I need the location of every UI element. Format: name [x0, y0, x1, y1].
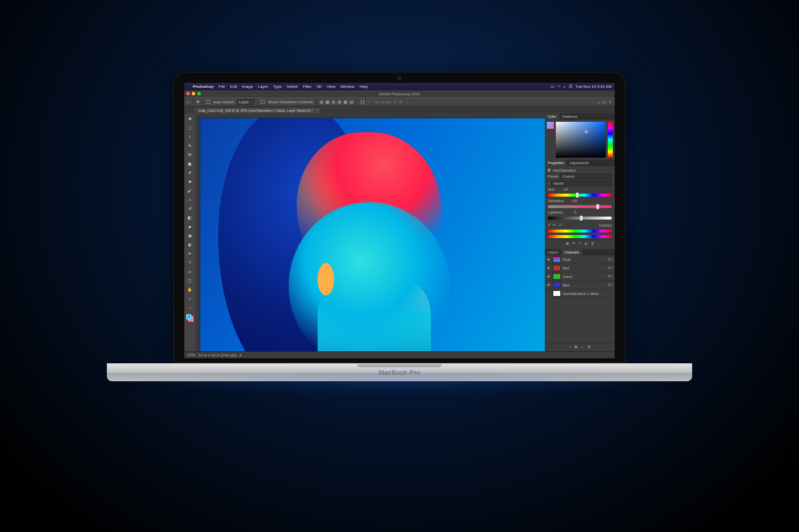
eyedropper-minus-icon[interactable]: ✐₋ — [559, 223, 564, 227]
save-selection-icon[interactable]: ▣ — [574, 345, 578, 350]
wifi-icon[interactable]: ⌔ — [558, 84, 560, 89]
more-icon[interactable]: ··· — [367, 100, 371, 104]
path-select-tool-icon[interactable]: ▭ — [186, 267, 194, 275]
load-selection-icon[interactable]: ○ — [569, 345, 571, 350]
tab-layers[interactable]: Layers — [545, 249, 561, 256]
battery-icon[interactable]: ▭ — [551, 84, 555, 89]
app-name[interactable]: Photoshop — [190, 84, 216, 89]
move-tool-icon[interactable]: ✥ — [186, 115, 194, 123]
share-icon[interactable]: ⇪ — [608, 100, 612, 104]
menu-3d[interactable]: 3D — [314, 84, 324, 89]
search-icon[interactable]: ⌕ — [563, 84, 566, 89]
minimize-icon[interactable] — [192, 92, 195, 95]
align-bottom-icon[interactable]: ▤ — [350, 100, 354, 104]
hue-strip[interactable] — [608, 122, 613, 158]
menu-window[interactable]: Window — [338, 84, 357, 89]
brush-tool-icon[interactable]: 🖌 — [186, 187, 194, 195]
document-tab[interactable]: Julia_Color-Edit_V05.tif @ 25% (Hue/Satu… — [194, 108, 320, 113]
document-canvas[interactable] — [200, 118, 545, 351]
menu-type[interactable]: Type — [271, 84, 284, 89]
align-top-icon[interactable]: ▤ — [338, 100, 342, 104]
eye-icon[interactable]: 👁 — [547, 258, 551, 262]
trash-icon[interactable]: 🗑 — [591, 242, 594, 246]
dodge-tool-icon[interactable]: ◐ — [186, 241, 194, 249]
heal-tool-icon[interactable]: ✚ — [186, 178, 194, 186]
align-center-h-icon[interactable]: ▦ — [326, 100, 330, 104]
doc-info[interactable]: 16 in x 24 in (240 ppi) — [198, 353, 237, 357]
sat-slider[interactable] — [548, 205, 612, 208]
lasso-tool-icon[interactable]: ⌇ — [186, 133, 194, 141]
align-right-icon[interactable]: ▤ — [332, 100, 336, 104]
tab-color[interactable]: Color — [545, 113, 559, 120]
pan-3d-icon[interactable]: ✥ — [399, 100, 402, 104]
eyedropper-icon[interactable]: ✐ — [548, 223, 551, 227]
color-swatch[interactable] — [186, 314, 194, 322]
chevron-right-icon[interactable]: ▸ — [240, 353, 242, 357]
menu-select[interactable]: Select — [284, 84, 300, 89]
zoom-tool-icon[interactable]: ⌕ — [186, 294, 194, 302]
delete-channel-icon[interactable]: 🗑 — [587, 345, 591, 350]
slide-3d-icon[interactable]: ↔ — [404, 100, 408, 104]
tab-channels[interactable]: Channels — [561, 249, 582, 256]
pen-tool-icon[interactable]: ✒ — [186, 250, 194, 258]
menu-filter[interactable]: Filter — [300, 84, 314, 89]
workspace-icon[interactable]: ▭ — [602, 100, 606, 104]
distribute-icon[interactable]: ┇┇ — [360, 100, 365, 104]
tab-swatches[interactable]: Swatches — [559, 113, 580, 120]
sat-value[interactable]: +52 — [566, 199, 577, 203]
frame-tool-icon[interactable]: ▣ — [186, 160, 194, 168]
channel-row[interactable]: 👁RGB⌘2 — [545, 256, 615, 264]
tab-adjustments[interactable]: Adjustments — [567, 160, 592, 166]
eye-icon[interactable]: 👁 — [547, 275, 551, 278]
type-tool-icon[interactable]: T — [186, 259, 194, 266]
color-spectrum[interactable] — [556, 122, 606, 158]
auto-select-mode[interactable]: Layer — [237, 99, 254, 105]
edit-toolbar-icon[interactable]: ⋯ — [186, 303, 194, 311]
align-center-v-icon[interactable]: ▦ — [344, 100, 348, 104]
channel-row[interactable]: 👁Red⌘3 — [545, 264, 615, 272]
shape-tool-icon[interactable]: ▢ — [186, 276, 194, 284]
crop-tool-icon[interactable]: ⧉ — [186, 151, 194, 159]
move-tool-icon[interactable]: ✥ — [196, 100, 200, 104]
marquee-tool-icon[interactable]: ⬚ — [186, 124, 194, 132]
foreground-color[interactable] — [547, 122, 554, 129]
channel-row[interactable]: 👁Blue⌘5 — [545, 281, 615, 289]
lig-value[interactable]: 0 — [565, 211, 576, 214]
hue-slider[interactable] — [548, 194, 612, 197]
menu-help[interactable]: Help — [357, 84, 370, 89]
quick-select-tool-icon[interactable]: ✎ — [186, 142, 194, 150]
history-brush-icon[interactable]: ↺ — [186, 205, 194, 213]
blur-tool-icon[interactable]: ◉ — [186, 232, 194, 240]
new-channel-icon[interactable]: ＋ — [581, 345, 584, 350]
clone-tool-icon[interactable]: ⎍ — [186, 196, 194, 204]
hue-value[interactable]: -16 — [557, 188, 568, 191]
gradient-tool-icon[interactable]: ▰ — [186, 223, 194, 231]
preset-dropdown[interactable]: Custom — [560, 174, 612, 179]
eye-icon[interactable]: 👁 — [547, 283, 551, 287]
tab-properties[interactable]: Properties — [545, 160, 567, 166]
zoom-level[interactable]: 25% — [187, 353, 195, 357]
hand-tool-icon[interactable]: ✋ — [186, 285, 194, 293]
menu-layer[interactable]: Layer — [256, 84, 271, 89]
eyedropper-plus-icon[interactable]: ✐₊ — [552, 223, 557, 227]
channel-dropdown[interactable]: Master — [551, 181, 612, 186]
control-center-icon[interactable]: ☰ — [569, 84, 572, 89]
lig-slider[interactable] — [548, 217, 612, 220]
targeted-adj-icon[interactable]: ☟ — [548, 182, 550, 186]
toggle-visibility-icon[interactable]: 👁 — [572, 242, 576, 246]
ruler-vertical[interactable] — [195, 118, 200, 351]
eyedropper-tool-icon[interactable]: ✐ — [186, 169, 194, 177]
search-bar-icon[interactable]: ⌕ — [598, 100, 600, 104]
show-transform-checkbox[interactable] — [261, 100, 265, 104]
menu-view[interactable]: View — [324, 84, 338, 89]
ruler-horizontal[interactable] — [195, 113, 545, 118]
eye-icon[interactable]: 👁 — [547, 266, 551, 270]
orbit-3d-icon[interactable]: ⟳ — [394, 100, 397, 104]
window-controls[interactable] — [186, 92, 201, 95]
view-previous-icon[interactable]: ◐ — [585, 242, 588, 246]
eraser-tool-icon[interactable]: ◧ — [186, 214, 194, 222]
home-icon[interactable]: ⌂ — [187, 100, 190, 104]
menu-edit[interactable]: Edit — [228, 84, 240, 89]
channel-row[interactable]: Hue/Saturation 1 Mask… — [545, 289, 615, 298]
align-left-icon[interactable]: ▤ — [320, 100, 324, 104]
